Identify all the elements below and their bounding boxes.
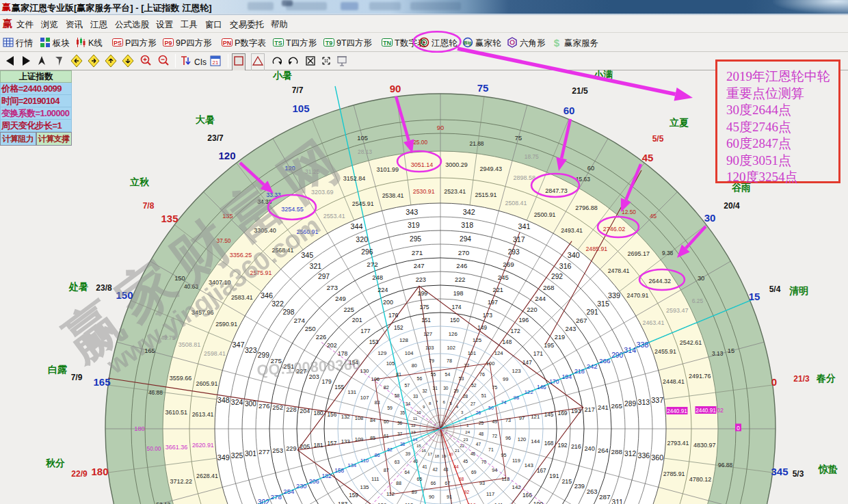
svg-text:133: 133: [341, 438, 350, 445]
svg-text:48: 48: [479, 432, 484, 436]
svg-text:336: 336: [638, 451, 650, 460]
svg-text:57: 57: [405, 383, 410, 388]
svg-text:111: 111: [371, 476, 379, 482]
svg-text:277: 277: [259, 448, 269, 455]
svg-text:90: 90: [437, 124, 444, 131]
svg-text:2463.41: 2463.41: [642, 319, 664, 326]
svg-text:219: 219: [555, 334, 565, 341]
svg-text:166: 166: [522, 492, 532, 499]
svg-text:121: 121: [531, 414, 540, 420]
svg-text:39: 39: [406, 451, 411, 456]
svg-text:267: 267: [576, 317, 587, 324]
svg-text:15: 15: [728, 347, 734, 354]
svg-text:清明: 清明: [789, 285, 808, 296]
svg-text:50.00: 50.00: [147, 445, 161, 452]
svg-text:266: 266: [599, 357, 611, 364]
svg-text:88: 88: [396, 480, 401, 486]
svg-text:345: 345: [301, 251, 313, 259]
svg-text:347: 347: [232, 341, 244, 349]
svg-text:120: 120: [218, 150, 235, 161]
svg-text:151: 151: [421, 317, 431, 323]
svg-text:340: 340: [568, 251, 580, 259]
svg-text:15: 15: [416, 443, 421, 448]
svg-text:43: 43: [443, 467, 449, 472]
svg-text:58: 58: [395, 393, 400, 398]
svg-text:3661.36: 3661.36: [165, 444, 188, 451]
svg-text:28: 28: [463, 394, 468, 399]
svg-text:2785.91: 2785.91: [663, 470, 685, 477]
svg-text:0: 0: [737, 425, 740, 432]
svg-text:176: 176: [388, 312, 398, 319]
svg-text:174: 174: [451, 304, 461, 310]
svg-text:2523.41: 2523.41: [444, 188, 466, 195]
svg-text:201: 201: [352, 317, 362, 323]
svg-text:2493.41: 2493.41: [561, 227, 583, 234]
svg-text:2898.58: 2898.58: [514, 174, 536, 181]
svg-text:2628.41: 2628.41: [196, 473, 218, 479]
svg-text:2605.91: 2605.91: [196, 380, 217, 387]
svg-text:2746.02: 2746.02: [603, 226, 626, 233]
svg-text:249: 249: [335, 295, 346, 302]
svg-text:11: 11: [413, 416, 418, 421]
svg-text:168: 168: [544, 440, 554, 447]
svg-text:125: 125: [473, 337, 482, 343]
svg-text:173: 173: [483, 312, 492, 319]
svg-text:273: 273: [326, 284, 338, 291]
svg-text:2796.88: 2796.88: [575, 204, 598, 211]
svg-text:344: 344: [350, 222, 362, 230]
svg-text:272: 272: [367, 261, 377, 268]
svg-text:143: 143: [525, 462, 533, 468]
svg-text:156: 156: [328, 412, 337, 418]
svg-text:53: 53: [459, 376, 464, 381]
svg-text:33: 33: [413, 394, 419, 399]
svg-text:165: 165: [93, 376, 110, 388]
svg-text:31: 31: [433, 386, 438, 390]
svg-text:75: 75: [515, 135, 522, 142]
svg-text:348: 348: [217, 396, 230, 404]
svg-text:24: 24: [465, 429, 470, 434]
svg-text:2515.91: 2515.91: [475, 191, 496, 198]
svg-text:119: 119: [512, 457, 520, 464]
svg-text:2491.76: 2491.76: [689, 373, 711, 380]
svg-text:135: 135: [161, 213, 178, 224]
svg-text:30: 30: [698, 275, 704, 282]
svg-text:107: 107: [360, 395, 369, 401]
svg-text:317: 317: [513, 235, 525, 243]
svg-text:60: 60: [384, 419, 389, 424]
svg-text:89: 89: [412, 489, 417, 495]
svg-text:220: 220: [527, 306, 537, 313]
svg-text:23: 23: [464, 437, 468, 442]
svg-text:惊蛰: 惊蛰: [818, 464, 838, 475]
svg-text:152: 152: [394, 325, 403, 331]
svg-text:167: 167: [537, 468, 546, 474]
svg-text:300: 300: [245, 400, 256, 408]
svg-text:86: 86: [375, 452, 380, 458]
svg-text:290: 290: [611, 352, 623, 359]
svg-text:254: 254: [283, 488, 294, 495]
svg-text:144: 144: [531, 438, 540, 445]
svg-text:226: 226: [316, 334, 326, 341]
svg-text:297: 297: [318, 273, 330, 280]
svg-text:3051.14: 3051.14: [411, 161, 434, 168]
svg-text:155: 155: [334, 384, 344, 390]
svg-text:295: 295: [410, 235, 421, 243]
svg-text:229: 229: [286, 445, 296, 452]
svg-text:81: 81: [396, 371, 401, 377]
svg-text:263: 263: [587, 488, 598, 495]
svg-text:299: 299: [258, 352, 269, 359]
svg-text:2590.91: 2590.91: [215, 321, 237, 328]
svg-text:268: 268: [543, 284, 555, 291]
svg-text:311: 311: [612, 499, 624, 504]
svg-text:204: 204: [300, 408, 310, 414]
svg-text:42: 42: [433, 467, 438, 472]
svg-text:0: 0: [771, 376, 777, 388]
svg-text:41: 41: [422, 464, 427, 469]
svg-text:96.88: 96.88: [718, 462, 732, 468]
svg-text:白露: 白露: [48, 364, 68, 375]
svg-text:13: 13: [411, 429, 416, 434]
svg-text:36: 36: [397, 421, 403, 425]
svg-text:159: 159: [349, 492, 358, 499]
svg-text:149: 149: [477, 325, 487, 331]
svg-text:264: 264: [598, 447, 609, 454]
svg-text:246: 246: [456, 262, 467, 269]
